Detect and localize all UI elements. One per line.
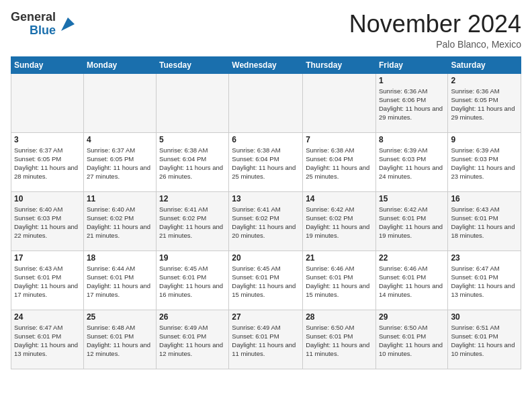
day-number: 5: [159, 135, 226, 144]
day-number: 3: [14, 135, 81, 144]
day-cell: 18Sunrise: 6:44 AM Sunset: 6:01 PM Dayli…: [83, 250, 156, 310]
day-cell: 22Sunrise: 6:46 AM Sunset: 6:01 PM Dayli…: [375, 250, 447, 310]
day-cell: 5Sunrise: 6:38 AM Sunset: 6:04 PM Daylig…: [157, 132, 229, 191]
calendar-body: 1Sunrise: 6:36 AM Sunset: 6:06 PM Daylig…: [11, 73, 521, 369]
day-info: Sunrise: 6:41 AM Sunset: 6:02 PM Dayligh…: [159, 205, 226, 240]
day-info: Sunrise: 6:47 AM Sunset: 6:01 PM Dayligh…: [451, 264, 518, 300]
day-info: Sunrise: 6:45 AM Sunset: 6:01 PM Dayligh…: [232, 264, 300, 300]
day-info: Sunrise: 6:38 AM Sunset: 6:04 PM Dayligh…: [232, 146, 300, 181]
day-info: Sunrise: 6:37 AM Sunset: 6:05 PM Dayligh…: [87, 146, 153, 181]
day-info: Sunrise: 6:39 AM Sunset: 6:03 PM Dayligh…: [451, 146, 518, 181]
day-cell: 16Sunrise: 6:43 AM Sunset: 6:01 PM Dayli…: [448, 191, 521, 250]
day-cell: 11Sunrise: 6:40 AM Sunset: 6:02 PM Dayli…: [83, 191, 156, 250]
day-info: Sunrise: 6:38 AM Sunset: 6:04 PM Dayligh…: [306, 146, 373, 181]
header-cell-sunday: Sunday: [11, 56, 84, 73]
day-number: 18: [87, 253, 153, 263]
day-number: 2: [451, 76, 518, 85]
day-info: Sunrise: 6:43 AM Sunset: 6:01 PM Dayligh…: [451, 205, 518, 240]
day-info: Sunrise: 6:42 AM Sunset: 6:01 PM Dayligh…: [379, 205, 445, 240]
day-info: Sunrise: 6:50 AM Sunset: 6:01 PM Dayligh…: [306, 323, 373, 359]
header-row: SundayMondayTuesdayWednesdayThursdayFrid…: [11, 56, 521, 73]
day-cell: 10Sunrise: 6:40 AM Sunset: 6:03 PM Dayli…: [11, 191, 84, 250]
day-cell: 21Sunrise: 6:46 AM Sunset: 6:01 PM Dayli…: [303, 250, 376, 310]
day-cell: 23Sunrise: 6:47 AM Sunset: 6:01 PM Dayli…: [448, 250, 521, 310]
logo-blue: Blue: [30, 24, 56, 38]
day-cell: 20Sunrise: 6:45 AM Sunset: 6:01 PM Dayli…: [229, 250, 303, 310]
day-info: Sunrise: 6:49 AM Sunset: 6:01 PM Dayligh…: [159, 323, 226, 359]
day-number: 14: [306, 194, 373, 203]
day-info: Sunrise: 6:48 AM Sunset: 6:01 PM Dayligh…: [87, 323, 153, 359]
day-info: Sunrise: 6:37 AM Sunset: 6:05 PM Dayligh…: [14, 146, 81, 181]
day-number: 17: [14, 253, 81, 263]
day-cell: 2Sunrise: 6:36 AM Sunset: 6:05 PM Daylig…: [448, 73, 521, 132]
day-number: 11: [87, 194, 153, 203]
header-cell-monday: Monday: [83, 56, 156, 73]
day-number: 20: [232, 253, 300, 263]
day-cell: 28Sunrise: 6:50 AM Sunset: 6:01 PM Dayli…: [303, 310, 376, 369]
day-cell: 25Sunrise: 6:48 AM Sunset: 6:01 PM Dayli…: [83, 310, 156, 369]
week-row: 17Sunrise: 6:43 AM Sunset: 6:01 PM Dayli…: [11, 250, 521, 310]
header-cell-friday: Friday: [375, 56, 447, 73]
day-number: 23: [451, 253, 518, 263]
logo-icon: [58, 15, 77, 34]
month-title: November 2024: [349, 11, 521, 38]
day-number: 1: [379, 76, 445, 85]
day-number: 30: [451, 312, 518, 322]
day-info: Sunrise: 6:41 AM Sunset: 6:02 PM Dayligh…: [232, 205, 300, 240]
day-info: Sunrise: 6:50 AM Sunset: 6:01 PM Dayligh…: [379, 323, 445, 359]
day-number: 24: [14, 312, 81, 322]
day-number: 28: [306, 312, 373, 322]
day-number: 13: [232, 194, 300, 203]
day-number: 21: [306, 253, 373, 263]
day-number: 7: [306, 135, 373, 144]
day-cell: 6Sunrise: 6:38 AM Sunset: 6:04 PM Daylig…: [229, 132, 303, 191]
day-number: 8: [379, 135, 445, 144]
day-number: 15: [379, 194, 445, 203]
day-number: 29: [379, 312, 445, 322]
day-number: 27: [232, 312, 300, 322]
week-row: 24Sunrise: 6:47 AM Sunset: 6:01 PM Dayli…: [11, 310, 521, 369]
day-cell: 27Sunrise: 6:49 AM Sunset: 6:01 PM Dayli…: [229, 310, 303, 369]
day-info: Sunrise: 6:39 AM Sunset: 6:03 PM Dayligh…: [379, 146, 445, 181]
day-cell: 14Sunrise: 6:42 AM Sunset: 6:02 PM Dayli…: [303, 191, 376, 250]
day-info: Sunrise: 6:36 AM Sunset: 6:05 PM Dayligh…: [451, 87, 518, 122]
day-info: Sunrise: 6:47 AM Sunset: 6:01 PM Dayligh…: [14, 323, 81, 359]
day-info: Sunrise: 6:46 AM Sunset: 6:01 PM Dayligh…: [306, 264, 373, 300]
day-info: Sunrise: 6:49 AM Sunset: 6:01 PM Dayligh…: [232, 323, 300, 359]
day-info: Sunrise: 6:40 AM Sunset: 6:02 PM Dayligh…: [87, 205, 153, 240]
day-number: 12: [159, 194, 226, 203]
day-number: 25: [87, 312, 153, 322]
header-cell-tuesday: Tuesday: [157, 56, 229, 73]
week-row: 3Sunrise: 6:37 AM Sunset: 6:05 PM Daylig…: [11, 132, 521, 191]
day-info: Sunrise: 6:42 AM Sunset: 6:02 PM Dayligh…: [306, 205, 373, 240]
day-info: Sunrise: 6:46 AM Sunset: 6:01 PM Dayligh…: [379, 264, 445, 300]
day-info: Sunrise: 6:51 AM Sunset: 6:01 PM Dayligh…: [451, 323, 518, 359]
day-cell: 17Sunrise: 6:43 AM Sunset: 6:01 PM Dayli…: [11, 250, 84, 310]
day-cell: [157, 73, 229, 132]
calendar-header: SundayMondayTuesdayWednesdayThursdayFrid…: [11, 56, 521, 73]
day-cell: [11, 73, 84, 132]
week-row: 10Sunrise: 6:40 AM Sunset: 6:03 PM Dayli…: [11, 191, 521, 250]
day-number: 10: [14, 194, 81, 203]
day-number: 9: [451, 135, 518, 144]
day-info: Sunrise: 6:43 AM Sunset: 6:01 PM Dayligh…: [14, 264, 81, 300]
title-block: November 2024 Palo Blanco, Mexico: [349, 11, 521, 50]
header-cell-thursday: Thursday: [303, 56, 376, 73]
day-cell: [83, 73, 156, 132]
svg-marker-0: [61, 17, 75, 31]
week-row: 1Sunrise: 6:36 AM Sunset: 6:06 PM Daylig…: [11, 73, 521, 132]
day-cell: 24Sunrise: 6:47 AM Sunset: 6:01 PM Dayli…: [11, 310, 84, 369]
location: Palo Blanco, Mexico: [349, 39, 521, 50]
header-cell-saturday: Saturday: [448, 56, 521, 73]
day-info: Sunrise: 6:44 AM Sunset: 6:01 PM Dayligh…: [87, 264, 153, 300]
day-cell: [303, 73, 376, 132]
day-cell: 30Sunrise: 6:51 AM Sunset: 6:01 PM Dayli…: [448, 310, 521, 369]
logo-general: General: [11, 11, 56, 24]
day-info: Sunrise: 6:36 AM Sunset: 6:06 PM Dayligh…: [379, 87, 445, 122]
day-cell: 8Sunrise: 6:39 AM Sunset: 6:03 PM Daylig…: [375, 132, 447, 191]
day-cell: 4Sunrise: 6:37 AM Sunset: 6:05 PM Daylig…: [83, 132, 156, 191]
page-header: General Blue November 2024 Palo Blanco, …: [11, 11, 521, 50]
day-info: Sunrise: 6:38 AM Sunset: 6:04 PM Dayligh…: [159, 146, 226, 181]
day-cell: 7Sunrise: 6:38 AM Sunset: 6:04 PM Daylig…: [303, 132, 376, 191]
day-number: 4: [87, 135, 153, 144]
